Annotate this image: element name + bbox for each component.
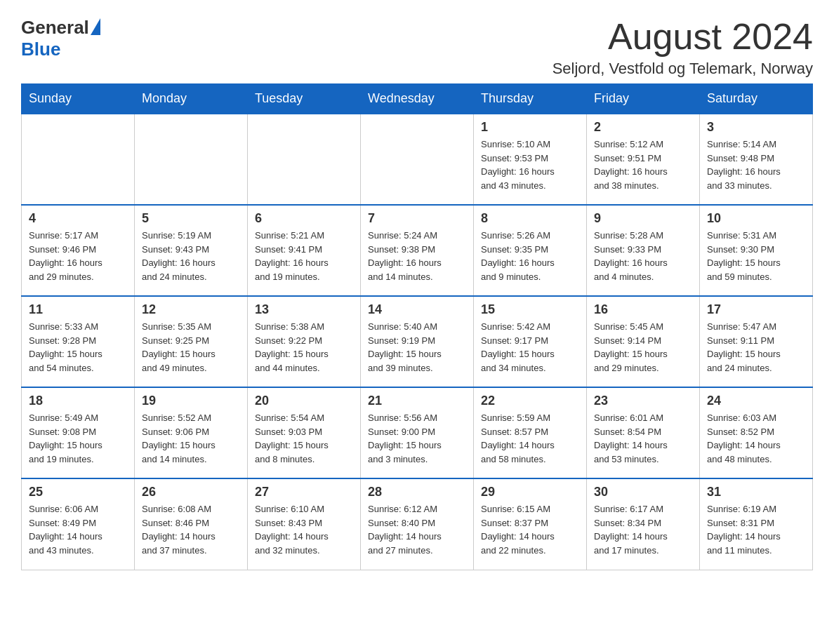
day-info: Sunrise: 5:49 AMSunset: 9:08 PMDaylight:… [29, 411, 127, 466]
calendar-cell: 29Sunrise: 6:15 AMSunset: 8:37 PMDayligh… [474, 478, 587, 570]
day-info: Sunrise: 5:31 AMSunset: 9:30 PMDaylight:… [707, 229, 805, 283]
day-info: Sunrise: 6:08 AMSunset: 8:46 PMDaylight:… [142, 502, 240, 557]
calendar-cell: 1Sunrise: 5:10 AMSunset: 9:53 PMDaylight… [474, 114, 587, 205]
day-number: 12 [142, 302, 240, 317]
weekday-header-monday: Monday [135, 84, 248, 114]
calendar-cell [135, 114, 248, 205]
calendar-cell: 5Sunrise: 5:19 AMSunset: 9:43 PMDaylight… [135, 205, 248, 296]
day-number: 7 [368, 211, 466, 226]
day-info: Sunrise: 5:24 AMSunset: 9:38 PMDaylight:… [368, 229, 466, 283]
title-section: August 2024 Seljord, Vestfold og Telemar… [552, 17, 813, 78]
day-number: 24 [707, 394, 805, 408]
calendar-cell: 21Sunrise: 5:56 AMSunset: 9:00 PMDayligh… [361, 387, 474, 478]
day-number: 10 [707, 211, 805, 226]
day-number: 31 [707, 485, 805, 499]
day-info: Sunrise: 5:17 AMSunset: 9:46 PMDaylight:… [29, 229, 127, 283]
day-info: Sunrise: 5:26 AMSunset: 9:35 PMDaylight:… [481, 229, 579, 283]
day-info: Sunrise: 6:03 AMSunset: 8:52 PMDaylight:… [707, 411, 805, 466]
weekday-header-tuesday: Tuesday [248, 84, 361, 114]
day-info: Sunrise: 5:42 AMSunset: 9:17 PMDaylight:… [481, 320, 579, 375]
day-info: Sunrise: 5:52 AMSunset: 9:06 PMDaylight:… [142, 411, 240, 466]
day-number: 27 [255, 485, 353, 499]
day-info: Sunrise: 6:15 AMSunset: 8:37 PMDaylight:… [481, 502, 579, 557]
day-number: 8 [481, 211, 579, 226]
day-number: 16 [594, 302, 692, 317]
calendar-cell [361, 114, 474, 205]
day-info: Sunrise: 5:10 AMSunset: 9:53 PMDaylight:… [481, 137, 579, 192]
day-number: 4 [29, 211, 127, 226]
calendar-week-row: 18Sunrise: 5:49 AMSunset: 9:08 PMDayligh… [22, 387, 813, 478]
day-info: Sunrise: 5:40 AMSunset: 9:19 PMDaylight:… [368, 320, 466, 375]
day-info: Sunrise: 5:45 AMSunset: 9:14 PMDaylight:… [594, 320, 692, 375]
day-number: 13 [255, 302, 353, 317]
weekday-header-sunday: Sunday [22, 84, 135, 114]
calendar-cell: 8Sunrise: 5:26 AMSunset: 9:35 PMDaylight… [474, 205, 587, 296]
calendar-cell: 18Sunrise: 5:49 AMSunset: 9:08 PMDayligh… [22, 387, 135, 478]
day-number: 17 [707, 302, 805, 317]
calendar-cell: 6Sunrise: 5:21 AMSunset: 9:41 PMDaylight… [248, 205, 361, 296]
day-number: 6 [255, 211, 353, 226]
day-number: 25 [29, 485, 127, 499]
calendar-cell [22, 114, 135, 205]
calendar-cell: 28Sunrise: 6:12 AMSunset: 8:40 PMDayligh… [361, 478, 474, 570]
day-number: 26 [142, 485, 240, 499]
calendar-cell: 12Sunrise: 5:35 AMSunset: 9:25 PMDayligh… [135, 296, 248, 387]
calendar-cell: 4Sunrise: 5:17 AMSunset: 9:46 PMDaylight… [22, 205, 135, 296]
logo: General Blue [21, 17, 100, 60]
calendar-cell: 9Sunrise: 5:28 AMSunset: 9:33 PMDaylight… [587, 205, 700, 296]
logo-triangle-icon [91, 18, 100, 35]
day-number: 21 [368, 394, 466, 408]
calendar-week-row: 1Sunrise: 5:10 AMSunset: 9:53 PMDaylight… [22, 114, 813, 205]
calendar-cell: 24Sunrise: 6:03 AMSunset: 8:52 PMDayligh… [700, 387, 813, 478]
day-info: Sunrise: 5:28 AMSunset: 9:33 PMDaylight:… [594, 229, 692, 283]
calendar-cell: 19Sunrise: 5:52 AMSunset: 9:06 PMDayligh… [135, 387, 248, 478]
calendar-cell: 16Sunrise: 5:45 AMSunset: 9:14 PMDayligh… [587, 296, 700, 387]
day-info: Sunrise: 6:01 AMSunset: 8:54 PMDaylight:… [594, 411, 692, 466]
calendar-header-row: SundayMondayTuesdayWednesdayThursdayFrid… [22, 84, 813, 114]
day-number: 14 [368, 302, 466, 317]
day-number: 28 [368, 485, 466, 499]
calendar-cell: 30Sunrise: 6:17 AMSunset: 8:34 PMDayligh… [587, 478, 700, 570]
location-title: Seljord, Vestfold og Telemark, Norway [552, 60, 813, 78]
weekday-header-wednesday: Wednesday [361, 84, 474, 114]
calendar-cell: 13Sunrise: 5:38 AMSunset: 9:22 PMDayligh… [248, 296, 361, 387]
month-title: August 2024 [552, 17, 813, 57]
day-number: 19 [142, 394, 240, 408]
day-info: Sunrise: 5:38 AMSunset: 9:22 PMDaylight:… [255, 320, 353, 375]
day-info: Sunrise: 5:33 AMSunset: 9:28 PMDaylight:… [29, 320, 127, 375]
day-number: 3 [707, 120, 805, 135]
page-header: General Blue August 2024 Seljord, Vestfo… [21, 17, 813, 78]
day-info: Sunrise: 5:47 AMSunset: 9:11 PMDaylight:… [707, 320, 805, 375]
calendar-cell: 31Sunrise: 6:19 AMSunset: 8:31 PMDayligh… [700, 478, 813, 570]
calendar-cell: 7Sunrise: 5:24 AMSunset: 9:38 PMDaylight… [361, 205, 474, 296]
calendar-cell: 14Sunrise: 5:40 AMSunset: 9:19 PMDayligh… [361, 296, 474, 387]
day-info: Sunrise: 5:56 AMSunset: 9:00 PMDaylight:… [368, 411, 466, 466]
day-number: 1 [481, 120, 579, 135]
weekday-header-saturday: Saturday [700, 84, 813, 114]
day-number: 5 [142, 211, 240, 226]
calendar-week-row: 4Sunrise: 5:17 AMSunset: 9:46 PMDaylight… [22, 205, 813, 296]
day-number: 18 [29, 394, 127, 408]
calendar-cell: 17Sunrise: 5:47 AMSunset: 9:11 PMDayligh… [700, 296, 813, 387]
day-info: Sunrise: 6:10 AMSunset: 8:43 PMDaylight:… [255, 502, 353, 557]
day-info: Sunrise: 5:54 AMSunset: 9:03 PMDaylight:… [255, 411, 353, 466]
day-info: Sunrise: 5:59 AMSunset: 8:57 PMDaylight:… [481, 411, 579, 466]
day-number: 20 [255, 394, 353, 408]
day-info: Sunrise: 6:17 AMSunset: 8:34 PMDaylight:… [594, 502, 692, 557]
calendar-cell: 27Sunrise: 6:10 AMSunset: 8:43 PMDayligh… [248, 478, 361, 570]
logo-general-text: General [21, 17, 89, 39]
calendar-cell [248, 114, 361, 205]
logo-blue-text: Blue [21, 39, 60, 60]
calendar-week-row: 25Sunrise: 6:06 AMSunset: 8:49 PMDayligh… [22, 478, 813, 570]
day-number: 9 [594, 211, 692, 226]
day-info: Sunrise: 5:14 AMSunset: 9:48 PMDaylight:… [707, 137, 805, 192]
day-info: Sunrise: 5:35 AMSunset: 9:25 PMDaylight:… [142, 320, 240, 375]
day-number: 2 [594, 120, 692, 135]
weekday-header-thursday: Thursday [474, 84, 587, 114]
day-number: 29 [481, 485, 579, 499]
day-info: Sunrise: 5:12 AMSunset: 9:51 PMDaylight:… [594, 137, 692, 192]
calendar-cell: 23Sunrise: 6:01 AMSunset: 8:54 PMDayligh… [587, 387, 700, 478]
calendar-cell: 15Sunrise: 5:42 AMSunset: 9:17 PMDayligh… [474, 296, 587, 387]
calendar-cell: 26Sunrise: 6:08 AMSunset: 8:46 PMDayligh… [135, 478, 248, 570]
day-number: 11 [29, 302, 127, 317]
